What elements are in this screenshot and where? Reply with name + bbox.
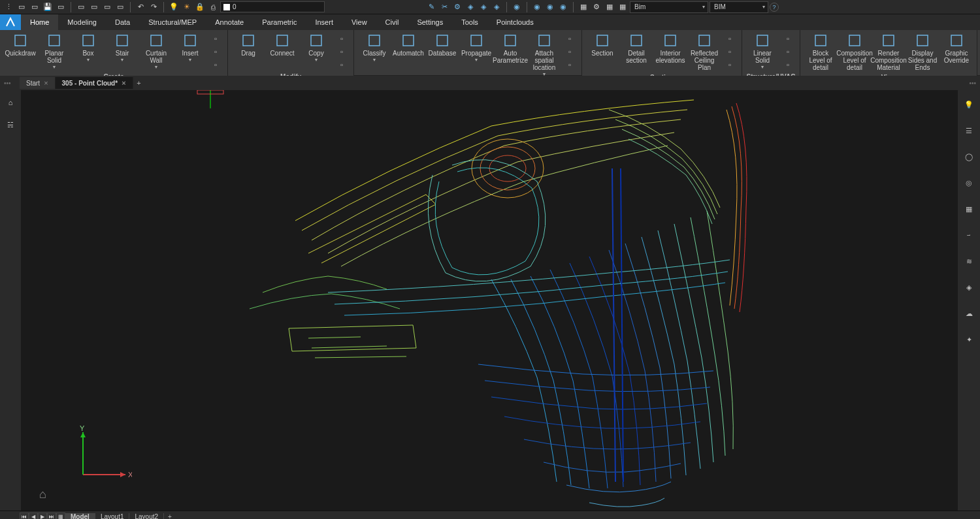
ribbon-compositionlevelofdetail-button[interactable]: Composition Level of detail	[838, 31, 871, 72]
paste-icon[interactable]: ▭	[101, 1, 113, 13]
ribbon-displaysidesandends-button[interactable]: Display Sides and Ends	[906, 31, 939, 72]
close-icon[interactable]: ×	[44, 79, 48, 87]
menu-view[interactable]: View	[342, 14, 376, 30]
drawing-canvas[interactable]: X Y ⌂	[21, 90, 958, 511]
ribbon-insert-button[interactable]: Insert▼	[174, 31, 206, 63]
menu-annotate[interactable]: Annotate	[206, 14, 253, 30]
ribbon-interiorelevations-button[interactable]: Interior elevations	[654, 31, 687, 65]
tool-icon-5[interactable]: ◈	[478, 1, 489, 13]
ribbon-section-button[interactable]: Section	[586, 31, 619, 58]
undo-icon[interactable]: ↶	[135, 1, 146, 13]
home-icon[interactable]: ⌂	[3, 95, 18, 110]
layout-grid-button[interactable]: ▦	[56, 512, 65, 520]
print-icon[interactable]: ⎙	[207, 1, 219, 13]
lightbulb-icon[interactable]: 💡	[961, 97, 977, 112]
menu-parametric[interactable]: Parametric	[253, 14, 306, 30]
ribbon-copy-button[interactable]: Copy▼	[300, 31, 333, 63]
copy-icon[interactable]: ▭	[88, 1, 100, 13]
layout-add-button[interactable]: +	[164, 513, 176, 519]
ribbon-database-button[interactable]: Database	[426, 31, 459, 58]
ribbon-classify-button[interactable]: Classify▼	[358, 31, 391, 63]
ribbon-quickdraw-button[interactable]: Quickdraw	[4, 31, 37, 58]
ribbon-autoparametrize-button[interactable]: Auto Parametrize	[494, 31, 527, 65]
ribbon-rendercompositionmaterial-button[interactable]: Render Composition Material	[872, 31, 905, 72]
menu-modeling[interactable]: Modeling	[58, 14, 106, 30]
target-icon[interactable]: ◎	[961, 175, 977, 191]
add-tab-button[interactable]: +	[133, 79, 145, 87]
redo-icon[interactable]: ↷	[148, 1, 159, 13]
ribbon-automatch-button[interactable]: Automatch	[392, 31, 425, 58]
ribbon-drag-button[interactable]: Drag	[232, 31, 265, 58]
menu-home[interactable]: Home	[21, 14, 58, 30]
cube-icon-2[interactable]: ◉	[531, 1, 543, 13]
ribbon-small-button[interactable]: ▫	[563, 33, 576, 44]
star-icon[interactable]: ✦	[961, 332, 977, 347]
ribbon-small-button[interactable]: ▫	[563, 46, 576, 57]
ribbon-small-button[interactable]: ▫	[723, 33, 736, 44]
ribbon-small-button[interactable]: ▫	[563, 59, 576, 71]
tool-icon-6[interactable]: ◈	[491, 1, 502, 13]
sun-icon[interactable]: ☀	[181, 1, 193, 13]
tree-icon[interactable]: ☵	[3, 118, 18, 132]
ribbon-small-button[interactable]: ▫	[781, 33, 794, 44]
ribbon-small-button[interactable]: ▫	[723, 59, 736, 71]
ribbon-reflectedceilingplan-button[interactable]: Reflected Ceiling Plan	[688, 31, 721, 72]
doc-tab-pointcloud[interactable]: 305 - Point Cloud* ×	[56, 77, 133, 89]
sliders-icon[interactable]: ☰	[961, 123, 977, 138]
ribbon-small-button[interactable]: ▫	[781, 46, 794, 57]
ribbon-propagate-button[interactable]: Propagate▼	[460, 31, 493, 63]
tool-icon-1[interactable]: ✎	[425, 1, 437, 13]
menu-pointclouds[interactable]: Pointclouds	[487, 14, 543, 30]
new-icon[interactable]: ▭	[16, 1, 27, 13]
doc-tab-start[interactable]: Start ×	[20, 77, 56, 89]
workspace-dropdown-2[interactable]: BIM	[710, 1, 768, 13]
layout-tab-model[interactable]: Model	[65, 513, 95, 519]
layout-tab-layout2[interactable]: Layout2	[129, 513, 164, 519]
ribbon-planarsolid-button[interactable]: Planar Solid▼	[38, 31, 71, 71]
lock-icon[interactable]: 🔒	[194, 1, 206, 13]
layers-icon[interactable]: ≋	[961, 253, 977, 269]
ribbon-small-button[interactable]: ▫	[335, 46, 348, 57]
close-icon[interactable]: ×	[122, 79, 125, 87]
menu-structuralmep[interactable]: Structural/MEP	[139, 14, 206, 30]
home-view-icon[interactable]: ⌂	[39, 488, 46, 501]
saveall-icon[interactable]: ▭	[55, 1, 67, 13]
help-icon[interactable]: ?	[770, 3, 779, 12]
layout-tab-layout1[interactable]: Layout1	[95, 513, 130, 519]
panel-icon-2[interactable]: ▦	[604, 1, 615, 13]
bulb-icon[interactable]: 💡	[168, 1, 180, 13]
layout-first-button[interactable]: ⏮	[20, 512, 29, 520]
layer-current-dropdown[interactable]: 0	[220, 1, 325, 12]
tool-icon-3[interactable]: ⚙	[451, 1, 463, 13]
ibeam-icon[interactable]: Ⲻ	[961, 227, 977, 243]
match-icon[interactable]: ▭	[114, 1, 126, 13]
ribbon-graphicoverride-button[interactable]: Graphic Override	[940, 31, 973, 65]
layout-last-button[interactable]: ⏭	[47, 512, 56, 520]
ribbon-curtainwall-button[interactable]: Curtain Wall▼	[140, 31, 172, 71]
layout-prev-button[interactable]: ◀	[29, 512, 38, 520]
grid-icon[interactable]: ▦	[961, 201, 977, 217]
menu-data[interactable]: Data	[106, 14, 139, 30]
layout-next-button[interactable]: ▶	[38, 512, 47, 520]
cut-icon[interactable]: ▭	[75, 1, 87, 13]
app-logo-icon[interactable]	[0, 14, 21, 30]
ribbon-small-button[interactable]: ▫	[781, 59, 794, 71]
panel-icon-1[interactable]: ▦	[578, 1, 589, 13]
ribbon-small-button[interactable]: ▫	[723, 46, 736, 57]
menu-tools[interactable]: Tools	[452, 14, 487, 30]
cube-icon[interactable]: ◈	[961, 279, 977, 295]
ribbon-small-button[interactable]: ▫	[335, 33, 348, 44]
ribbon-stair-button[interactable]: Stair▼	[106, 31, 139, 63]
ribbon-blocklevelofdetail-button[interactable]: Block Level of detail	[804, 31, 837, 72]
ribbon-attachspatiallocation-button[interactable]: Attach spatial location▼	[528, 31, 561, 78]
ribbon-small-button[interactable]: ▫	[335, 59, 348, 71]
cube-icon-1[interactable]: ◉	[511, 1, 523, 13]
tool-icon-4[interactable]: ◈	[465, 1, 476, 13]
save-icon[interactable]: 💾	[42, 1, 54, 13]
open-icon[interactable]: ▭	[29, 1, 41, 13]
ribbon-box-button[interactable]: Box▼	[72, 31, 105, 63]
gear-icon[interactable]: ⚙	[591, 1, 602, 13]
menu-civil[interactable]: Civil	[376, 14, 408, 30]
ribbon-small-button[interactable]: ▫	[209, 59, 222, 71]
panel-icon-3[interactable]: ▦	[617, 1, 629, 13]
